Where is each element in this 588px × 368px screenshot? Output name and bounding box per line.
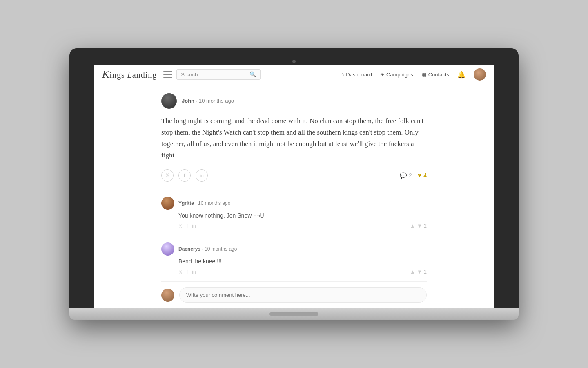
downvote-button[interactable]: ▼ [417, 223, 422, 229]
post-author-avatar [161, 93, 177, 109]
brand-logo: Kings Landing [102, 68, 157, 81]
laptop-base [69, 308, 519, 320]
heart-icon: ♥ [418, 172, 422, 179]
search-icon: 🔍 [249, 71, 256, 78]
post-author-name: John [182, 98, 194, 104]
comment-linkedin-icon[interactable]: in [192, 269, 196, 275]
comment-item: Daenerys · 10 months ago Bend the knee!!… [161, 236, 427, 282]
vote-count: 1 [424, 269, 427, 275]
comment-footer: 𝕏 f in ▲ ▼ 1 [178, 269, 427, 275]
navbar: Kings Landing 🔍 Dashboard Campaigns [94, 65, 494, 85]
comment-count[interactable]: 💬 2 [400, 172, 412, 179]
comment-input[interactable] [179, 287, 427, 303]
share-icons: 𝕏 f in [161, 169, 208, 182]
facebook-share-icon[interactable]: f [178, 169, 191, 182]
comment-footer: 𝕏 f in ▲ ▼ 2 [178, 223, 427, 229]
comment-twitter-icon[interactable]: 𝕏 [178, 269, 183, 275]
comment-header: Daenerys · 10 months ago [161, 242, 427, 256]
nav-links: Dashboard Campaigns Contacts 🔔 [341, 68, 486, 81]
comment-item: Ygritte · 10 months ago You know nothing… [161, 190, 427, 236]
comment-twitter-icon[interactable]: 𝕏 [178, 223, 183, 229]
upvote-button[interactable]: ▲ [410, 269, 415, 275]
brand: Kings Landing [102, 68, 157, 81]
content-area: John · 10 months ago The long night is c… [161, 85, 427, 308]
post-actions: 𝕏 f in 💬 2 ♥ 4 [161, 169, 427, 182]
comment-meta: Ygritte · 10 months ago [178, 200, 230, 206]
post-header: John · 10 months ago [161, 93, 427, 109]
comment-input-row [161, 282, 427, 308]
campaigns-label: Campaigns [386, 72, 413, 78]
laptop-base-notch [270, 312, 318, 316]
vote-count: 2 [424, 223, 427, 229]
comment-bubble-icon: 💬 [400, 172, 407, 179]
comment-body: You know nothing, Jon Snow ¬¬U [178, 212, 427, 219]
search-bar[interactable]: 🔍 [176, 69, 261, 80]
dashboard-link[interactable]: Dashboard [341, 71, 372, 78]
post-separator: · [196, 98, 199, 104]
comment-meta: Daenerys · 10 months ago [178, 246, 237, 252]
user-avatar[interactable] [474, 68, 486, 81]
laptop-screen: Kings Landing 🔍 Dashboard Campaigns [94, 65, 494, 308]
linkedin-share-icon[interactable]: in [196, 169, 208, 182]
comment-votes: ▲ ▼ 1 [410, 269, 427, 275]
camera-dot [292, 60, 296, 63]
comment-share-icons: 𝕏 f in [178, 223, 196, 229]
comment-header: Ygritte · 10 months ago [161, 197, 427, 210]
avatar-image [474, 68, 486, 81]
comment-timestamp: 10 months ago [205, 246, 237, 252]
twitter-share-icon[interactable]: 𝕏 [161, 169, 174, 182]
comment-author-avatar [161, 197, 174, 210]
current-user-avatar [161, 289, 174, 302]
post-body: The long night is coming, and the dead c… [161, 115, 427, 161]
hamburger-icon[interactable] [163, 71, 172, 78]
comment-author-avatar [161, 242, 174, 256]
upvote-button[interactable]: ▲ [410, 223, 415, 229]
contacts-icon [421, 72, 426, 78]
comment-author-name: Daenerys [178, 246, 200, 252]
comment-count-value: 2 [409, 172, 412, 179]
house-icon [341, 71, 344, 78]
comment-author-name: Ygritte [178, 200, 194, 206]
dashboard-label: Dashboard [346, 72, 372, 78]
comment-share-icons: 𝕏 f in [178, 269, 196, 275]
comment-body: Bend the knee!!!! [178, 258, 427, 265]
notifications-bell[interactable]: 🔔 [457, 71, 466, 79]
laptop-shell: Kings Landing 🔍 Dashboard Campaigns [69, 48, 519, 320]
contacts-label: Contacts [428, 72, 449, 78]
post-container: John · 10 months ago The long night is c… [161, 85, 427, 190]
comment-facebook-icon[interactable]: f [187, 223, 188, 229]
like-count[interactable]: ♥ 4 [418, 172, 427, 179]
post-timestamp: 10 months ago [199, 98, 234, 104]
comment-linkedin-icon[interactable]: in [192, 223, 196, 229]
like-count-value: 4 [423, 172, 427, 179]
contacts-link[interactable]: Contacts [421, 72, 449, 78]
search-input[interactable] [181, 72, 249, 78]
downvote-button[interactable]: ▼ [417, 269, 422, 275]
send-icon [380, 72, 384, 78]
comments-section: Ygritte · 10 months ago You know nothing… [161, 190, 427, 308]
post-meta: John · 10 months ago [182, 98, 234, 104]
comment-timestamp: 10 months ago [198, 200, 230, 206]
react-counts: 💬 2 ♥ 4 [400, 172, 427, 179]
comment-facebook-icon[interactable]: f [187, 269, 188, 275]
comment-votes: ▲ ▼ 2 [410, 223, 427, 229]
campaigns-link[interactable]: Campaigns [380, 72, 413, 78]
